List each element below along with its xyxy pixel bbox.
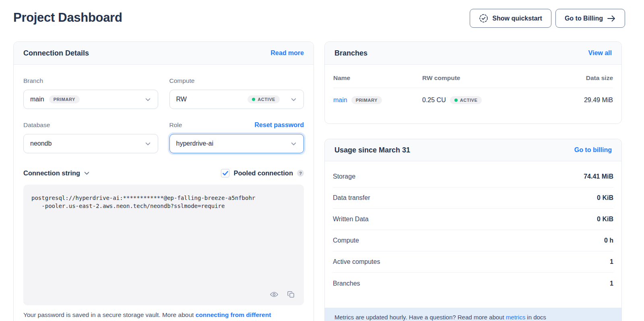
branches-card: Branches View all Name RW compute Data s… bbox=[324, 41, 622, 124]
password-vault-note: Your password is saved in a secure stora… bbox=[23, 311, 304, 319]
copy-icon[interactable] bbox=[286, 290, 296, 299]
branch-field: Branch main PRIMARY bbox=[23, 65, 158, 109]
page-title: Project Dashboard bbox=[13, 10, 122, 25]
metric-label: Storage bbox=[333, 173, 355, 180]
chevron-down-icon bbox=[290, 140, 297, 147]
quickstart-check-icon bbox=[479, 14, 488, 23]
go-to-billing-link[interactable]: Go to billing bbox=[574, 146, 612, 154]
header-actions: Show quickstart Go to Billing bbox=[470, 9, 625, 28]
usage-title: Usage since March 31 bbox=[334, 146, 410, 154]
role-value: hyperdrive-ai bbox=[176, 140, 213, 147]
list-item: Data transfer 0 KiB bbox=[333, 187, 613, 209]
database-field: Database neondb bbox=[23, 109, 158, 153]
branch-status-badge: ACTIVE bbox=[450, 96, 482, 104]
metrics-docs-link[interactable]: metrics bbox=[506, 314, 525, 321]
branches-table-header: Name RW compute Data size bbox=[333, 65, 613, 88]
help-icon[interactable]: ? bbox=[297, 170, 304, 177]
branch-label: Branch bbox=[23, 77, 43, 84]
connection-details-header: Connection Details Read more bbox=[14, 42, 314, 65]
role-select[interactable]: hyperdrive-ai bbox=[169, 134, 304, 153]
pooled-connection-checkbox[interactable] bbox=[221, 169, 229, 177]
pooled-connection-label: Pooled connection bbox=[233, 169, 293, 177]
role-field: Role Reset password hyperdrive-ai bbox=[169, 109, 304, 153]
compute-status-label: ACTIVE bbox=[258, 97, 275, 102]
list-item: Storage 74.41 MiB bbox=[333, 166, 613, 187]
metric-value: 74.41 MiB bbox=[584, 173, 613, 180]
usage-header: Usage since March 31 Go to billing bbox=[325, 139, 621, 161]
col-rw-compute: RW compute bbox=[422, 74, 545, 82]
project-dashboard-page: Project Dashboard Show quickstart Go to … bbox=[0, 0, 644, 321]
list-item: Written Data 0 KiB bbox=[333, 209, 613, 230]
connection-string-label: Connection string bbox=[23, 169, 80, 177]
database-value: neondb bbox=[30, 140, 52, 147]
chevron-down-icon bbox=[83, 170, 90, 177]
connection-string-box[interactable]: postgresql://hyperdrive-ai:************@… bbox=[23, 185, 304, 305]
branches-header: Branches View all bbox=[325, 42, 621, 65]
database-select[interactable]: neondb bbox=[23, 134, 158, 153]
chevron-down-icon bbox=[290, 96, 297, 103]
pooled-connection-control: Pooled connection ? bbox=[221, 169, 304, 177]
compute-units: 0.25 CU bbox=[422, 97, 446, 104]
branch-main-link[interactable]: main bbox=[333, 97, 347, 104]
branch-size-cell: 29.49 MiB bbox=[545, 97, 613, 104]
show-quickstart-button[interactable]: Show quickstart bbox=[470, 9, 551, 28]
col-name: Name bbox=[333, 74, 422, 82]
database-label: Database bbox=[23, 121, 50, 129]
usage-metrics-list: Storage 74.41 MiB Data transfer 0 KiB Wr… bbox=[325, 161, 621, 294]
role-label: Role bbox=[169, 121, 182, 129]
connecting-from-different-link[interactable]: connecting from different bbox=[196, 311, 271, 318]
view-all-link[interactable]: View all bbox=[588, 49, 612, 57]
list-item: Active computes 1 bbox=[333, 251, 613, 273]
reveal-password-eye-icon[interactable] bbox=[269, 290, 279, 299]
connection-form: Branch main PRIMARY Compute bbox=[14, 65, 314, 319]
metric-value: 1 bbox=[610, 258, 613, 265]
metric-value: 0 KiB bbox=[597, 216, 613, 223]
connection-details-title: Connection Details bbox=[23, 49, 89, 58]
branch-status-label: ACTIVE bbox=[460, 98, 478, 103]
compute-select[interactable]: RW ACTIVE bbox=[169, 90, 304, 109]
branch-select[interactable]: main PRIMARY bbox=[23, 90, 158, 109]
compute-label: Compute bbox=[169, 77, 195, 84]
active-status-dot bbox=[454, 99, 458, 102]
branch-name-cell: main PRIMARY bbox=[333, 96, 422, 104]
chevron-down-icon bbox=[144, 140, 151, 147]
primary-badge: PRIMARY bbox=[351, 96, 382, 104]
metric-label: Data transfer bbox=[333, 194, 370, 202]
connection-string-value: postgresql://hyperdrive-ai:************@… bbox=[23, 185, 304, 220]
go-to-billing-label: Go to Billing bbox=[565, 15, 603, 22]
usage-card: Usage since March 31 Go to billing Stora… bbox=[324, 139, 622, 321]
branch-value: main bbox=[30, 96, 44, 103]
reset-password-link[interactable]: Reset password bbox=[254, 121, 304, 129]
col-data-size: Data size bbox=[545, 74, 613, 82]
metric-label: Compute bbox=[333, 237, 359, 244]
arrow-right-icon bbox=[607, 15, 616, 22]
connection-string-row: Connection string Pooled connection ? bbox=[23, 169, 304, 177]
read-more-link[interactable]: Read more bbox=[270, 49, 304, 57]
metric-value: 1 bbox=[610, 280, 613, 287]
branches-title: Branches bbox=[334, 49, 367, 58]
connection-string-toggle[interactable]: Connection string bbox=[23, 169, 90, 177]
metrics-info-banner: Metrics are updated hourly. Have a quest… bbox=[325, 308, 621, 321]
metric-value: 0 KiB bbox=[597, 194, 613, 202]
go-to-billing-button[interactable]: Go to Billing bbox=[555, 9, 625, 28]
compute-field: Compute RW ACTIVE bbox=[169, 65, 304, 109]
branch-compute-cell: 0.25 CU ACTIVE bbox=[422, 96, 545, 104]
metric-label: Active computes bbox=[333, 258, 380, 265]
chevron-down-icon bbox=[144, 96, 151, 103]
primary-badge: PRIMARY bbox=[49, 95, 80, 103]
compute-status-badge: ACTIVE bbox=[248, 95, 280, 103]
connection-details-card: Connection Details Read more Branch main… bbox=[13, 41, 314, 321]
show-quickstart-label: Show quickstart bbox=[492, 15, 542, 22]
active-status-dot bbox=[252, 98, 255, 101]
metric-label: Written Data bbox=[333, 216, 369, 223]
branches-table: Name RW compute Data size main PRIMARY 0… bbox=[325, 65, 621, 112]
compute-value: RW bbox=[176, 96, 187, 103]
metric-label: Branches bbox=[333, 280, 360, 287]
list-item: Branches 1 bbox=[333, 273, 613, 294]
metric-value: 0 h bbox=[604, 237, 613, 244]
list-item: Compute 0 h bbox=[333, 230, 613, 251]
table-row: main PRIMARY 0.25 CU ACTIVE 29.49 MiB bbox=[333, 88, 613, 112]
